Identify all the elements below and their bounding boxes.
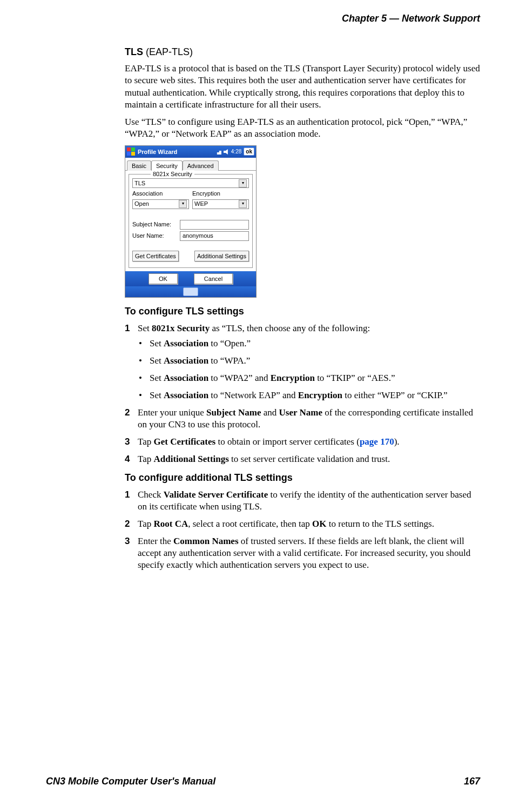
step-num-2: 2	[125, 407, 130, 419]
step-1: 1 Set 8021x Security as “TLS, then choos…	[125, 323, 480, 401]
subhead-additional-tls: To configure additional TLS settings	[125, 472, 480, 484]
step-3: 3 Tap Get Certificates to obtain or impo…	[125, 436, 480, 448]
bullet-open: Set Association to “Open.”	[138, 338, 480, 350]
astep-num-3: 3	[125, 535, 130, 547]
astep-3: 3 Enter the Common Names of trusted serv…	[125, 535, 480, 571]
chevron-down-icon: ▾	[239, 179, 247, 187]
astep-num-2: 2	[125, 518, 130, 530]
bullet-wpa: Set Association to “WPA.”	[138, 355, 480, 367]
security-type-value: TLS	[134, 179, 145, 187]
footer-page-number: 167	[464, 776, 480, 787]
step-num-3: 3	[125, 436, 130, 448]
encryption-label: Encryption	[192, 190, 249, 197]
titlebar: Profile Wizard 4:28 ok	[125, 146, 256, 158]
step-num-4: 4	[125, 453, 130, 465]
astep-1: 1 Check Validate Server Certificate to v…	[125, 489, 480, 513]
tab-basic[interactable]: Basic	[127, 160, 151, 171]
clock: 4:28	[231, 148, 241, 155]
windows-logo-icon	[127, 147, 136, 156]
subject-name-input[interactable]	[180, 220, 249, 230]
footer-title: CN3 Mobile Computer User's Manual	[46, 776, 215, 787]
section-title-bold: TLS	[125, 46, 143, 57]
keyboard-icon[interactable]	[183, 287, 198, 296]
tab-advanced[interactable]: Advanced	[183, 160, 219, 171]
chevron-down-icon: ▾	[239, 200, 247, 208]
bullet-neteap: Set Association to “Network EAP” and Enc…	[138, 390, 480, 401]
intro-para-1: EAP-TLS is a protocol that is based on t…	[125, 63, 480, 110]
ok-button[interactable]: OK	[149, 273, 178, 284]
step-4: 4 Tap Additional Settings to set server …	[125, 453, 480, 465]
signal-icon	[215, 149, 221, 155]
tab-security[interactable]: Security	[151, 160, 183, 171]
page-170-link[interactable]: page 170	[360, 437, 394, 447]
section-title-paren: (EAP-TLS)	[143, 46, 193, 57]
chapter-header: Chapter 5 — Network Support	[46, 13, 480, 24]
security-type-dropdown[interactable]: TLS ▾	[132, 178, 249, 188]
get-certificates-button[interactable]: Get Certificates	[132, 251, 179, 261]
security-panel: 8021x Security TLS ▾ Association Encrypt…	[129, 174, 253, 268]
association-label: Association	[132, 190, 189, 197]
association-value: Open	[134, 200, 149, 207]
encryption-dropdown[interactable]: WEP ▾	[192, 199, 249, 209]
volume-icon	[224, 149, 229, 155]
cancel-button[interactable]: Cancel	[194, 273, 233, 284]
association-dropdown[interactable]: Open ▾	[132, 199, 189, 209]
section-title: TLS (EAP-TLS)	[125, 46, 480, 58]
astep-2: 2 Tap Root CA, select a root certificate…	[125, 518, 480, 530]
subhead-configure-tls: To configure TLS settings	[125, 305, 480, 318]
bullet-wpa2: Set Association to “WPA2” and Encryption…	[138, 372, 480, 384]
ok-titlebar-button[interactable]: ok	[244, 147, 254, 156]
ok-cancel-bar: OK Cancel	[125, 271, 256, 286]
panel-label: 8021x Security	[151, 170, 194, 178]
subject-name-label: Subject Name:	[132, 220, 177, 228]
step-2: 2 Enter your unique Subject Name and Use…	[125, 407, 480, 431]
encryption-value: WEP	[194, 200, 208, 207]
astep-num-1: 1	[125, 489, 130, 501]
step-num-1: 1	[125, 323, 130, 334]
profile-wizard-screenshot: Profile Wizard 4:28 ok Basic Security Ad…	[125, 145, 257, 298]
user-name-label: User Name:	[132, 232, 177, 239]
additional-settings-button[interactable]: Additional Settings	[194, 251, 249, 261]
window-title: Profile Wizard	[138, 148, 215, 156]
sip-bar	[125, 286, 256, 297]
chevron-down-icon: ▾	[179, 200, 187, 208]
user-name-input[interactable]: anonymous	[180, 231, 249, 241]
tab-row: Basic Security Advanced	[125, 158, 256, 171]
intro-para-2: Use “TLS” to configure using EAP-TLS as …	[125, 116, 480, 140]
